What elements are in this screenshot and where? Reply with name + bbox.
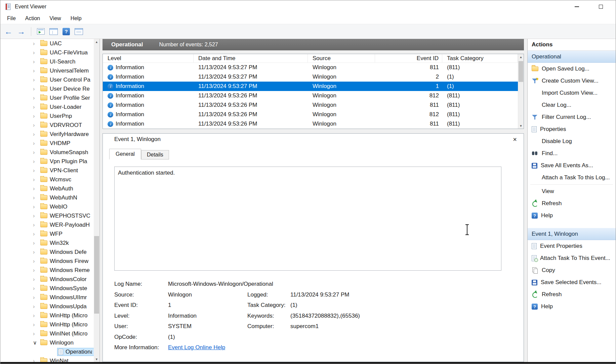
tree-item-ui-search[interactable]: ›UI-Search <box>0 57 94 66</box>
chevron-down-icon[interactable]: ∨ <box>33 339 40 346</box>
table-row[interactable]: Information11/13/2024 9:53:26 PMWinlogon… <box>103 100 518 110</box>
scrollbar-thumb[interactable] <box>519 61 523 82</box>
chevron-right-icon[interactable]: › <box>33 322 40 328</box>
tree-item-windowsupda[interactable]: ›WindowsUpda <box>0 302 94 311</box>
action-view[interactable]: View <box>528 185 616 197</box>
action-save-selected-events[interactable]: Save Selected Events... <box>528 276 616 288</box>
action-event-properties[interactable]: Event Properties <box>528 240 616 252</box>
menu-action[interactable]: Action <box>20 14 45 23</box>
chevron-right-icon[interactable]: › <box>33 195 40 201</box>
tree-item-userpnp[interactable]: ›UserPnp <box>0 111 94 121</box>
chevron-right-icon[interactable]: › <box>33 50 40 56</box>
chevron-right-icon[interactable]: › <box>33 231 40 237</box>
column-header-task-category[interactable]: Task Category <box>442 54 518 62</box>
action-attach-a-task-to-this-log[interactable]: Attach a Task To this Log... <box>528 172 616 184</box>
action-properties[interactable]: Properties <box>528 123 616 135</box>
tree-item-wininet-micro[interactable]: ›WinINet (Micro <box>0 329 94 338</box>
menu-view[interactable]: View <box>45 14 66 23</box>
tree-item-webauth[interactable]: ›WebAuth <box>0 184 94 193</box>
action-clear-log[interactable]: Clear Log... <box>528 99 616 111</box>
action-filter-current-log[interactable]: Filter Current Log... <box>528 111 616 123</box>
tree-item-wcmsvc[interactable]: ›Wcmsvc <box>0 175 94 184</box>
tree-item-vhdmp[interactable]: ›VHDMP <box>0 139 94 148</box>
chevron-right-icon[interactable]: › <box>33 149 40 155</box>
action-help[interactable]: Help <box>528 301 616 313</box>
tree-item-uac-filevirtua[interactable]: ›UAC-FileVirtua <box>0 48 94 57</box>
action-find[interactable]: Find... <box>528 147 616 160</box>
chevron-right-icon[interactable]: › <box>33 104 40 110</box>
chevron-right-icon[interactable]: › <box>33 131 40 137</box>
scroll-down-icon[interactable]: ▼ <box>518 123 524 129</box>
chevron-right-icon[interactable]: › <box>33 122 40 128</box>
tree-item-windows-reme[interactable]: ›Windows Reme <box>0 266 94 275</box>
chevron-right-icon[interactable]: › <box>33 331 40 337</box>
chevron-right-icon[interactable]: › <box>33 258 40 264</box>
maximize-button[interactable] <box>596 2 606 11</box>
action-create-custom-view[interactable]: Create Custom View... <box>528 75 616 87</box>
console-tree-toggle-button[interactable] <box>49 28 58 35</box>
tree-item-win32k[interactable]: ›Win32k <box>0 238 94 247</box>
action-disable-log[interactable]: Disable Log <box>528 135 616 147</box>
help-button[interactable]: ? <box>63 28 70 35</box>
tree-item-vpn-plugin-pla[interactable]: ›Vpn Plugin Pla <box>0 157 94 166</box>
tree-item-volumesnapsh[interactable]: ›VolumeSnapsh <box>0 148 94 157</box>
online-help-link[interactable]: Event Log Online Help <box>168 344 225 351</box>
tree-item-winlogon[interactable]: ∨Winlogon <box>0 338 94 347</box>
chevron-right-icon[interactable]: › <box>33 358 40 362</box>
scrollbar-thumb[interactable] <box>94 236 99 314</box>
tree-item-user-device-re[interactable]: ›User Device Re <box>0 84 94 93</box>
chevron-right-icon[interactable]: › <box>33 186 40 192</box>
tree-item-winhttp-micro[interactable]: ›WinHttp (Micro <box>0 320 94 329</box>
forward-button[interactable]: → <box>17 28 25 36</box>
tab-general[interactable]: General <box>109 149 141 160</box>
table-scrollbar[interactable]: ▲ ▼ <box>518 54 524 129</box>
tree-scrollbar[interactable]: ▲ ▼ <box>94 39 99 362</box>
chevron-right-icon[interactable]: › <box>33 177 40 183</box>
chevron-right-icon[interactable]: › <box>33 240 40 246</box>
column-header-date-and-time[interactable]: Date and Time <box>194 54 308 62</box>
menu-help[interactable]: Help <box>66 14 86 23</box>
tree-item-wfp[interactable]: ›WFP <box>0 229 94 238</box>
table-row[interactable]: Information11/13/2024 9:53:26 PMWinlogon… <box>103 119 518 129</box>
table-row[interactable]: Information11/13/2024 9:53:27 PMWinlogon… <box>103 82 518 91</box>
export-list-button[interactable] <box>37 28 45 35</box>
tree-item-wer-payloadh[interactable]: ›WER-PayloadH <box>0 220 94 229</box>
scroll-up-icon[interactable]: ▲ <box>94 39 99 45</box>
chevron-right-icon[interactable]: › <box>33 68 40 74</box>
tree-item-windowssyste[interactable]: ›WindowsSyste <box>0 284 94 293</box>
chevron-right-icon[interactable]: › <box>33 86 40 92</box>
actions-section-operational[interactable]: Operational <box>528 51 616 63</box>
chevron-right-icon[interactable]: › <box>33 168 40 174</box>
chevron-right-icon[interactable]: › <box>33 77 40 83</box>
tree-item-winnat[interactable]: ›WinNat <box>0 356 94 362</box>
tree-item-uac[interactable]: ›UAC <box>0 39 94 48</box>
chevron-right-icon[interactable]: › <box>33 113 40 119</box>
action-attach-task-to-this-event[interactable]: Attach Task To This Event... <box>528 252 616 264</box>
tree-item-winhttp-micro[interactable]: ›WinHttp (Micro <box>0 311 94 320</box>
action-import-custom-view[interactable]: Import Custom View... <box>528 87 616 99</box>
tree-item-webauthn[interactable]: ›WebAuthN <box>0 193 94 202</box>
table-row[interactable]: Information11/13/2024 9:53:26 PMWinlogon… <box>103 91 518 100</box>
tree-item-windows-defe[interactable]: ›Windows Defe <box>0 247 94 257</box>
tree-item-verifyhardware[interactable]: ›VerifyHardware <box>0 130 94 139</box>
chevron-right-icon[interactable]: › <box>33 222 40 228</box>
back-button[interactable]: ← <box>4 28 12 36</box>
action-refresh[interactable]: Refresh <box>528 288 616 301</box>
tree-item-user-profile-ser[interactable]: ›User Profile Ser <box>0 93 94 102</box>
tree-item-vpn-client[interactable]: ›VPN-Client <box>0 166 94 175</box>
action-copy[interactable]: Copy <box>528 264 616 276</box>
tree-item-operationa[interactable]: Operationa <box>0 347 94 356</box>
column-header-source[interactable]: Source <box>308 54 375 62</box>
action-help[interactable]: Help <box>528 210 616 222</box>
action-save-all-events-as[interactable]: Save All Events As... <box>528 160 616 172</box>
actions-section-event-1-winlogon[interactable]: Event 1, Winlogon <box>528 228 616 240</box>
chevron-right-icon[interactable]: › <box>33 59 40 65</box>
action-refresh[interactable]: Refresh <box>528 197 616 210</box>
tree-item-webio[interactable]: ›WebIO <box>0 202 94 211</box>
event-description-box[interactable]: Authentication started. <box>114 167 501 271</box>
column-header-event-id[interactable]: Event ID <box>375 54 442 62</box>
table-row[interactable]: Information11/13/2024 9:53:27 PMWinlogon… <box>103 63 518 72</box>
chevron-right-icon[interactable]: › <box>33 313 40 319</box>
menu-file[interactable]: File <box>2 14 20 23</box>
chevron-right-icon[interactable]: › <box>33 213 40 219</box>
